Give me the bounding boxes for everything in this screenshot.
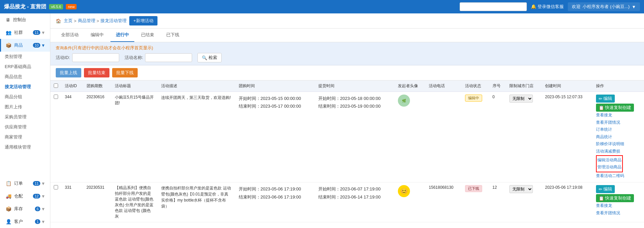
search-icon: 🔍 (202, 55, 207, 60)
pencil-icon: ✏ (599, 96, 602, 101)
select-all-checkbox[interactable] (54, 83, 58, 88)
row2-op-view-chain[interactable]: 查看接龙 (596, 202, 641, 210)
sidebar-sub-upload[interactable]: 图片上传 (0, 102, 50, 112)
row1-op-view-chain[interactable]: 查看接龙 (596, 112, 641, 119)
sidebar-item-inventory[interactable]: 📦 库存 6 ▼ (0, 203, 50, 215)
row2-edit-button[interactable]: ✏ 编辑 (596, 185, 615, 193)
row1-id: 344 (61, 92, 83, 182)
row2-id: 331 (61, 182, 83, 222)
pencil-icon2: ✏ (599, 187, 602, 192)
row2-buy-time: 开始时间：2023-05-06 17:19:00 结束时间：2023-06-06… (235, 182, 315, 222)
row1-period: 20230616 (83, 92, 112, 182)
sidebar-item-product[interactable]: 📦 商品 10 ▼ (0, 39, 50, 52)
sidebar-item-console[interactable]: 🖥 控制台 (0, 13, 50, 26)
breadcrumb: 主页 > 商品管理 > 接龙活动管理 (64, 18, 127, 24)
row2-edit-label: 编辑 (603, 186, 612, 192)
top-search-input[interactable] (460, 2, 527, 11)
sidebar-item-customer[interactable]: 👤 客户 1 ▼ (0, 215, 50, 228)
row2-avatar-cell: 😊 (395, 182, 425, 222)
app-title: 爆品接龙 - 直营团 (4, 3, 46, 10)
user-name: 小程序发布者 (小豌豆...) (583, 4, 630, 10)
content-area: 🏠 主页 > 商品管理 > 接龙活动管理 +新增活动 全部活动 编辑中 进行中 … (50, 13, 644, 228)
login-wechat-btn[interactable]: 🔔 登录微信客服 (531, 4, 564, 10)
col-create-time: 创建时间 (542, 80, 592, 92)
sidebar-label-console: 控制台 (13, 17, 45, 23)
row2-period: 20230531 (83, 182, 112, 222)
tab-inprogress[interactable]: 进行中 (110, 28, 134, 42)
sidebar-item-community[interactable]: 👥 社群 11 ▼ (0, 26, 50, 39)
col-desc: 活动描述 (158, 80, 235, 92)
col-limit: 限制城市门店 (506, 80, 542, 92)
row1-create-time: 2023-05-15 12:07:33 (542, 92, 592, 182)
sidebar-sub-erp[interactable]: ERP基础商品 (0, 62, 50, 72)
row2-pickup-start: 开始时间：2023-06-07 17:19:00 (318, 185, 391, 193)
search-btn-label: 检索 (209, 55, 217, 61)
sidebar-item-warehouse[interactable]: 🚚 仓配 12 ▼ (0, 190, 50, 203)
sidebar-label-product: 商品 (14, 42, 32, 48)
sidebar-sub-category[interactable]: 类别管理 (0, 52, 50, 62)
breadcrumb-item2[interactable]: 接龙活动管理 (100, 18, 127, 24)
row2-checkbox[interactable] (54, 185, 58, 189)
row2-op-view-open[interactable]: 查看开团情况 (596, 210, 641, 217)
row1-pickup-time: 开始时间：2023-05-18 00:00:00 结束时间：2023-05-19… (315, 92, 395, 182)
row1-limit-select[interactable]: 无限制 (509, 95, 533, 103)
row1-checkbox[interactable] (54, 95, 58, 99)
sidebar-label-order: 订单 (14, 180, 32, 186)
row1-op-view-open[interactable]: 查看开团情况 (596, 119, 641, 126)
row1-edit-button[interactable]: ✏ 编辑 (596, 95, 615, 103)
activity-table: 活动ID 团购期数 活动标题 活动描述 团购时间 提货时间 发起者头像 活动电话… (50, 80, 644, 222)
sidebar-sub-group[interactable]: 商品分组 (0, 92, 50, 102)
row1-title: 小豌豆5月15号爆品开团! (111, 92, 158, 182)
search-button[interactable]: 🔍 检索 (197, 53, 222, 62)
row1-edit-label: 编辑 (603, 96, 612, 102)
sidebar: 🖥 控制台 👥 社群 11 ▼ 📦 商品 10 ▼ 类别管理 ERP基础商品 商… (0, 13, 50, 228)
sidebar-sub-module[interactable]: 通用模块管理 (0, 142, 50, 152)
tab-offline[interactable]: 已下线 (161, 28, 185, 42)
row1-op-order-stat[interactable]: 订单统计 (596, 126, 641, 133)
tab-editing[interactable]: 编辑中 (85, 28, 109, 42)
row1-status-badge: 编辑中 (465, 95, 482, 102)
sidebar-sub-productinfo[interactable]: 商品信息 (0, 72, 50, 82)
breadcrumb-sep2: > (97, 18, 99, 23)
sidebar-sub-supplier[interactable]: 供应商管理 (0, 122, 50, 132)
col-status: 活动状态 (462, 80, 489, 92)
sidebar-sub-activity[interactable]: 接龙活动管理 (0, 82, 50, 92)
sidebar-sub-buyer[interactable]: 采购员管理 (0, 112, 50, 122)
table-row: 331 20230531 【精品系列】便携自拍杆部分用户发的是蓝色款 运动臂包(… (50, 182, 644, 222)
customer-chevron: ▼ (41, 219, 45, 224)
sidebar-item-order[interactable]: 📋 订单 11 ▼ (0, 177, 50, 190)
product-icon: 📦 (6, 43, 11, 48)
inventory-badge: 6 (35, 207, 40, 211)
batch-offline-button[interactable]: 批量下线 (112, 68, 138, 77)
top-header: 爆品接龙 - 直营团 v6.5.6 new 🔔 登录微信客服 欢迎 小程序发布者… (0, 0, 644, 13)
search-note: 查询条件(只有进行中的活动才会在小程序首页显示) (56, 45, 639, 51)
col-pickup-time: 提货时间 (315, 80, 395, 92)
row1-op-discount[interactable]: 活动满减费损 (596, 148, 641, 155)
search-name-input[interactable] (145, 53, 192, 62)
row2-limit-select[interactable]: 无限制 (509, 185, 533, 193)
tab-ended[interactable]: 已结束 (136, 28, 159, 42)
welcome-area[interactable]: 欢迎 小程序发布者 (小豌豆...) ▼ (568, 2, 640, 11)
batch-end-button[interactable]: 批量结束 (84, 68, 109, 77)
breadcrumb-item1[interactable]: 商品管理 (78, 18, 95, 24)
tabs-area: 全部活动 编辑中 进行中 已结束 已下线 (50, 28, 644, 42)
new-badge: new (66, 4, 77, 9)
row1-buy-start: 开始时间：2023-05-15 00:00:00 (239, 95, 312, 102)
row2-title: 【精品系列】便携自拍杆部分用户发的是蓝色款 运动臂包(颜色灰色) 分用户发的是蓝… (111, 182, 158, 222)
row1-op-qrcode[interactable]: 查看活动二维码 (596, 172, 641, 180)
add-activity-button[interactable]: +新增活动 (129, 16, 157, 25)
row1-quickcopy-button[interactable]: 📋 快速复制创建 (596, 104, 634, 112)
row2-quickcopy-button[interactable]: 📋 快速复制创建 (596, 194, 634, 202)
col-phone: 活动电话 (425, 80, 462, 92)
row1-op-edit-products[interactable]: 编辑活动商品 (597, 157, 622, 164)
row1-avatar: 🌿 (398, 95, 410, 107)
tab-all[interactable]: 全部活动 (56, 28, 84, 42)
row1-op-manage-products[interactable]: 管理活动商品 (597, 164, 622, 171)
batch-online-button[interactable]: 批量上线 (56, 68, 81, 77)
search-id-input[interactable] (72, 53, 119, 62)
breadcrumb-home[interactable]: 主页 (64, 18, 73, 24)
warehouse-chevron: ▼ (41, 194, 45, 199)
row1-op-ladder[interactable]: 阶梯价详说明细 (596, 140, 641, 148)
sidebar-sub-merchant[interactable]: 商家管理 (0, 132, 50, 142)
row1-op-product-stat[interactable]: 商品统计 (596, 133, 641, 141)
